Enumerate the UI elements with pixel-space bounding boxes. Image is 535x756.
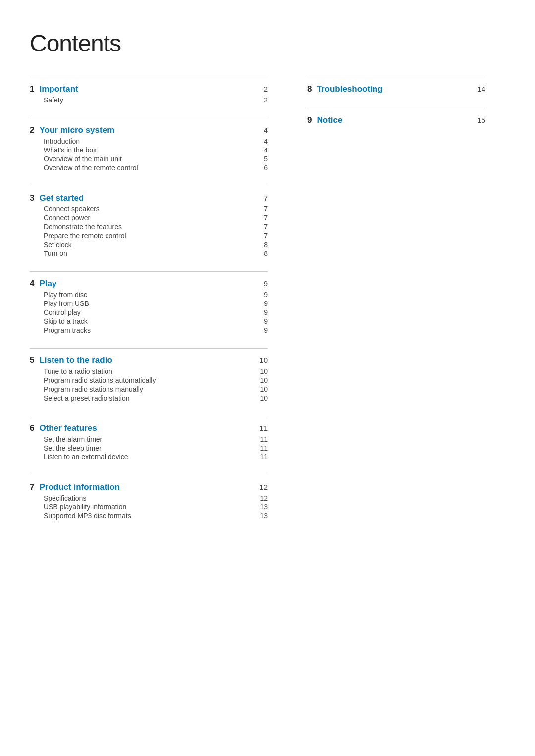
entry-label: Prepare the remote control [44, 232, 126, 240]
entry-label: Connect speakers [44, 205, 100, 213]
entry-label: What's in the box [44, 146, 97, 154]
entry-page: 9 [264, 308, 268, 316]
toc-entry: Connect speakers7 [30, 205, 268, 213]
section-divider [30, 186, 268, 186]
entry-label: Set the sleep timer [44, 444, 102, 452]
toc-entry: Skip to a track9 [30, 317, 268, 325]
section-number: 3 [30, 193, 34, 203]
section-page-number: 7 [264, 194, 268, 202]
entry-label: Control play [44, 308, 81, 316]
entry-page: 9 [264, 291, 268, 299]
entry-label: Introduction [44, 137, 80, 145]
toc-section-2: 2Your micro system4Introduction4What's i… [30, 118, 268, 172]
toc-entry: Supported MP3 disc formats13 [30, 512, 268, 520]
toc-entry: Play from disc9 [30, 291, 268, 299]
toc-section-5: 5Listen to the radio10Tune to a radio st… [30, 348, 268, 402]
toc-entry: Introduction4 [30, 137, 268, 145]
entry-page: 2 [264, 96, 268, 104]
entry-label: Demonstrate the features [44, 223, 122, 231]
entry-page: 13 [260, 512, 268, 520]
section-title: Product information [39, 482, 119, 492]
entry-label: Connect power [44, 214, 90, 222]
entry-page: 7 [264, 223, 268, 231]
section-header-4: 4Play9 [30, 279, 268, 289]
section-page-number: 11 [259, 424, 268, 432]
toc-entry: Program radio stations manually10 [30, 385, 268, 393]
section-divider [307, 108, 485, 108]
section-header-3: 3Get started7 [30, 193, 268, 203]
section-number: 9 [307, 115, 312, 125]
toc-entry: Specifications12 [30, 494, 268, 502]
entry-page: 7 [264, 232, 268, 240]
toc-entry: Program radio stations automatically10 [30, 376, 268, 384]
section-header-9: 9Notice15 [307, 115, 485, 125]
entry-page: 7 [264, 205, 268, 213]
section-divider [30, 271, 268, 272]
entry-label: USB playability information [44, 503, 126, 511]
section-title: Troubleshooting [317, 84, 382, 94]
section-header-1: 1Important2 [30, 84, 268, 94]
section-header-7: 7Product information12 [30, 482, 268, 492]
entry-page: 12 [260, 494, 268, 502]
section-page-number: 12 [259, 483, 268, 491]
entry-page: 13 [260, 503, 268, 511]
left-column: 1Important2Safety22Your micro system4Int… [30, 77, 287, 534]
content-layout: 1Important2Safety22Your micro system4Int… [30, 77, 505, 534]
toc-entry: Overview of the remote control6 [30, 164, 268, 172]
entry-page: 11 [260, 444, 268, 452]
section-number: 6 [30, 423, 34, 433]
entry-label: Overview of the remote control [44, 164, 138, 172]
section-page-number: 4 [264, 126, 268, 134]
toc-entry: Select a preset radio station10 [30, 394, 268, 402]
toc-entry: Set clock8 [30, 241, 268, 249]
section-page-number: 9 [264, 279, 268, 288]
entry-label: Supported MP3 disc formats [44, 512, 131, 520]
section-title: Listen to the radio [39, 355, 112, 365]
entry-label: Overview of the main unit [44, 155, 122, 163]
toc-section-7: 7Product information12Specifications12US… [30, 475, 268, 520]
entry-label: Play from USB [44, 300, 89, 307]
toc-entry: Play from USB9 [30, 300, 268, 307]
entry-label: Program radio stations manually [44, 385, 143, 393]
section-title: Get started [39, 193, 84, 202]
entry-label: Program radio stations automatically [44, 376, 156, 384]
toc-entry: Turn on8 [30, 250, 268, 257]
section-title: Play [39, 279, 56, 288]
toc-entry: Demonstrate the features7 [30, 223, 268, 231]
section-number: 1 [30, 84, 34, 94]
entry-page: 7 [264, 214, 268, 222]
entry-label: Listen to an external device [44, 453, 128, 461]
toc-entry: Set the alarm timer11 [30, 435, 268, 443]
entry-page: 4 [264, 137, 268, 145]
section-page-number: 14 [477, 85, 485, 93]
entry-page: 5 [264, 155, 268, 163]
section-page-number: 10 [259, 356, 268, 364]
section-title: Notice [317, 115, 342, 125]
section-number: 5 [30, 355, 34, 365]
toc-entry: Program tracks9 [30, 326, 268, 334]
toc-section-4: 4Play9Play from disc9Play from USB9Contr… [30, 271, 268, 334]
entry-page: 9 [264, 300, 268, 307]
page-wrapper: Contents 1Important2Safety22Your micro s… [30, 30, 505, 756]
section-divider [307, 77, 485, 77]
section-header-6: 6Other features11 [30, 423, 268, 433]
entry-page: 4 [264, 146, 268, 154]
entry-label: Tune to a radio station [44, 367, 112, 375]
toc-entry: Tune to a radio station10 [30, 367, 268, 375]
entry-page: 8 [264, 241, 268, 249]
section-divider [30, 118, 268, 118]
toc-entry: Overview of the main unit5 [30, 155, 268, 163]
section-title: Other features [39, 423, 97, 433]
entry-label: Set the alarm timer [44, 435, 102, 443]
entry-page: 10 [260, 385, 268, 393]
entry-page: 8 [264, 250, 268, 257]
section-divider [30, 348, 268, 349]
entry-label: Skip to a track [44, 317, 88, 325]
section-divider [30, 77, 268, 77]
entry-label: Select a preset radio station [44, 394, 130, 402]
entry-page: 11 [260, 435, 268, 443]
entry-page: 6 [264, 164, 268, 172]
section-header-2: 2Your micro system4 [30, 125, 268, 135]
page-title: Contents [30, 30, 505, 57]
entry-page: 10 [260, 376, 268, 384]
